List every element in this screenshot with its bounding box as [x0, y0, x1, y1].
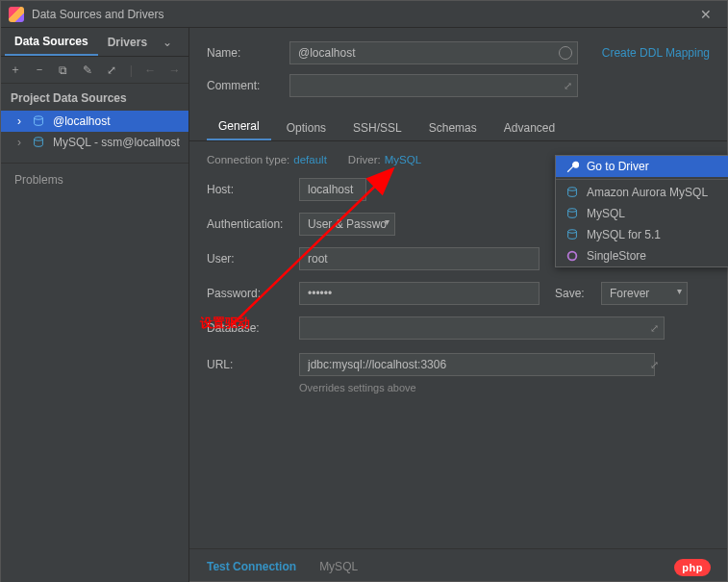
section-title: Project Data Sources	[1, 84, 188, 111]
remove-icon[interactable]: －	[33, 63, 45, 77]
separator	[556, 179, 728, 180]
host-label: Host:	[207, 183, 299, 196]
status-icon	[559, 46, 572, 60]
overrides-note: Overrides settings above	[299, 382, 710, 393]
edit-icon[interactable]: ✎	[81, 63, 93, 77]
database-icon	[32, 136, 45, 149]
tab-drivers[interactable]: Drivers	[98, 30, 157, 55]
user-input[interactable]	[299, 247, 540, 270]
name-label: Name:	[207, 46, 289, 60]
password-input[interactable]	[299, 282, 540, 305]
dd-label: MySQL for 5.1	[587, 228, 661, 241]
forward-icon[interactable]: →	[168, 63, 181, 77]
expand-icon[interactable]: ⤢	[650, 322, 659, 335]
back-icon[interactable]: ←	[144, 63, 157, 77]
dd-mysql51[interactable]: MySQL for 5.1	[556, 224, 728, 245]
footer-driver: MySQL	[319, 560, 358, 573]
auth-label: Authentication:	[207, 217, 299, 231]
tab-advanced[interactable]: Advanced	[492, 115, 566, 140]
close-button[interactable]: ✕	[692, 4, 719, 25]
expand-icon[interactable]: ⤢	[106, 63, 118, 77]
chevron-down-icon[interactable]: ⌄	[163, 36, 172, 49]
add-icon[interactable]: ＋	[9, 63, 21, 77]
svg-point-5	[568, 252, 577, 261]
expand-icon[interactable]: ⤢	[650, 359, 659, 371]
problems-section[interactable]: Problems	[1, 163, 188, 196]
driver-link[interactable]: MySQL	[385, 154, 421, 165]
save-label: Save:	[555, 287, 601, 300]
svg-point-2	[568, 188, 577, 191]
copy-icon[interactable]: ⧉	[57, 63, 69, 77]
wrench-icon	[565, 160, 579, 173]
separator: |	[130, 63, 133, 77]
dd-amazon-aurora[interactable]: Amazon Aurora MySQL	[556, 182, 728, 203]
tree-item-mysql-ssm[interactable]: › MySQL - ssm@localhost	[1, 132, 188, 153]
tree-item-localhost[interactable]: › @localhost	[1, 111, 188, 132]
auth-select[interactable]	[299, 213, 395, 236]
svg-point-3	[568, 209, 577, 213]
driver-label: Driver:	[348, 154, 381, 165]
host-input[interactable]	[299, 178, 366, 201]
database-icon	[32, 114, 45, 128]
dd-singlestore[interactable]: SingleStore	[556, 245, 728, 266]
svg-point-1	[35, 138, 43, 141]
dd-mysql[interactable]: MySQL	[556, 203, 728, 224]
tab-general[interactable]: General	[207, 114, 271, 140]
tab-data-sources[interactable]: Data Sources	[5, 29, 98, 56]
name-input[interactable]	[289, 41, 578, 64]
database-icon	[565, 207, 579, 220]
dd-go-to-driver[interactable]: Go to Driver	[556, 156, 728, 177]
footer: Test Connection MySQL	[189, 548, 727, 582]
sidebar-toolbar: ＋ － ⧉ ✎ ⤢ | ← →	[1, 57, 188, 84]
chevron-right-icon: ›	[14, 114, 24, 128]
dd-label: Go to Driver	[587, 160, 649, 173]
driver-dropdown: Go to Driver Amazon Aurora MySQL MySQL M…	[555, 155, 728, 267]
connection-area: Connection type: default Driver: MySQL M…	[189, 141, 727, 405]
dd-label: MySQL	[587, 207, 625, 220]
save-select[interactable]	[601, 282, 688, 305]
database-icon	[565, 228, 579, 241]
svg-point-4	[568, 230, 577, 234]
main-tabs: General Options SSH/SSL Schemas Advanced	[189, 114, 727, 141]
tab-ssh[interactable]: SSH/SSL	[341, 115, 414, 140]
tab-schemas[interactable]: Schemas	[417, 115, 489, 140]
circle-icon	[565, 249, 579, 263]
annotation-text: 设置驱动	[200, 315, 250, 332]
dd-label: SingleStore	[587, 249, 646, 263]
app-icon	[9, 7, 24, 22]
connection-type-label: Connection type:	[207, 154, 289, 165]
form-top: Name: Create DDL Mapping Comment: ⤢	[189, 28, 727, 114]
window-title: Data Sources and Drivers	[32, 8, 692, 21]
tree-label: MySQL - ssm@localhost	[53, 136, 180, 149]
url-label: URL:	[207, 358, 299, 371]
password-label: Password:	[207, 287, 299, 300]
titlebar: Data Sources and Drivers ✕	[1, 1, 727, 28]
dd-label: Amazon Aurora MySQL	[587, 186, 708, 199]
url-input[interactable]	[299, 353, 655, 376]
database-icon	[565, 186, 579, 199]
tree-label: @localhost	[53, 114, 111, 128]
chevron-right-icon: ›	[14, 136, 24, 149]
svg-point-0	[35, 116, 43, 120]
tab-options[interactable]: Options	[275, 115, 338, 140]
sidebar: Data Sources Drivers ⌄ ＋ － ⧉ ✎ ⤢ | ← → P…	[1, 28, 189, 582]
comment-input[interactable]	[289, 74, 578, 97]
php-badge: php	[674, 559, 711, 576]
sidebar-tabs: Data Sources Drivers ⌄	[1, 28, 188, 57]
user-label: User:	[207, 252, 299, 266]
database-input[interactable]	[299, 316, 665, 340]
main-panel: Name: Create DDL Mapping Comment: ⤢	[189, 28, 727, 582]
create-ddl-link[interactable]: Create DDL Mapping	[602, 46, 710, 60]
test-connection-link[interactable]: Test Connection	[207, 560, 296, 573]
expand-icon[interactable]: ⤢	[564, 80, 572, 92]
connection-type-link[interactable]: default	[293, 154, 327, 165]
comment-label: Comment:	[207, 79, 289, 92]
